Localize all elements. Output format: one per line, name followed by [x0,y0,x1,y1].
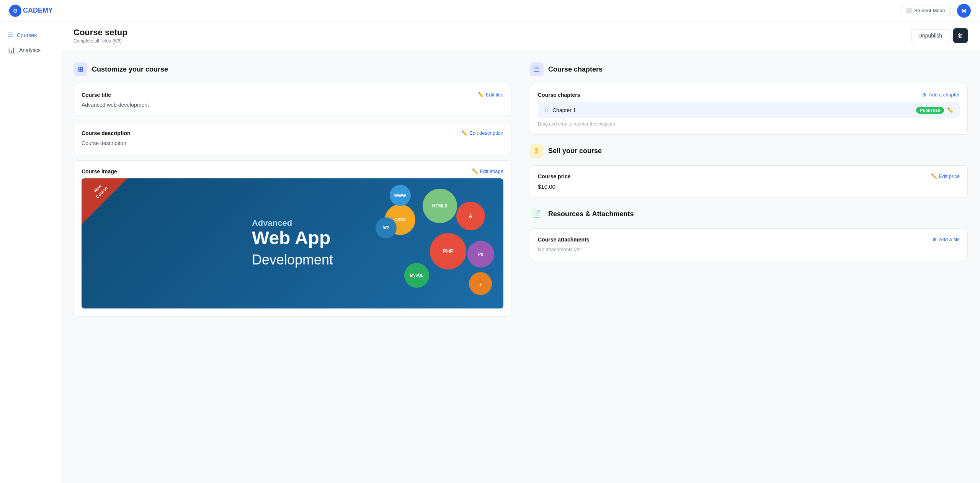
edit-price-button[interactable]: ✏️ Edit price [931,173,960,179]
course-title-label: Course title [82,92,111,98]
page-subtitle: Complete all fields (6/6) [74,38,127,44]
course-image-main-title: Web App Development [252,228,333,269]
edit-description-button[interactable]: ✏️ Edit description [461,130,503,136]
attachments-card: Course attachments ⊕ Add a file No attac… [530,228,968,260]
chapter-right: Published ✏️ [916,107,954,114]
drag-handle-icon[interactable]: ⠿ [544,106,549,114]
course-image-subtitle: Advanced [252,218,333,228]
resources-section: 📄 Resources & Attachments Course attachm… [530,207,968,260]
topnav-right: ⬜ Student Mode M [900,4,971,18]
sell-section: $ Sell your course Course price ✏️ Edit … [530,144,968,198]
sell-section-header: $ Sell your course [530,144,968,158]
page-title: Course setup [74,28,127,38]
sidebar: ☰ Courses 📊 Analytics [0,21,61,335]
price-label: Course price [538,173,571,179]
chapter-name: Chapter 1 [552,107,576,113]
chapter-row: ⠿ Chapter 1 Published ✏️ [538,102,960,118]
right-column: ☰ Course chapters Course chapters ⊕ Add … [521,62,968,323]
add-file-button[interactable]: ⊕ Add a file [933,237,960,242]
attachments-label: Course attachments [538,237,590,243]
course-image-content: Advanced Web App Development [237,210,348,276]
chapters-section-title: Course chapters [548,65,603,73]
logo: G CADEMY [9,5,53,17]
plus-circle-icon: ⊕ [922,92,926,98]
pencil-icon: ✏️ [478,92,484,98]
course-description-value: Course description [82,140,503,146]
resources-section-header: 📄 Resources & Attachments [530,207,968,221]
course-description-card: Course description ✏️ Edit description C… [74,122,511,154]
sell-icon: $ [530,144,544,158]
sidebar-item-courses[interactable]: ☰ Courses [0,28,61,42]
chapter-left: ⠿ Chapter 1 [544,106,576,114]
customize-title: Customize your course [92,65,168,73]
main: Course setup Complete all fields (6/6) U… [61,21,980,335]
price-card: Course price ✏️ Edit price $10.00 [530,165,968,198]
course-title-card: Course title ✏️ Edit title Advanced web … [74,84,511,116]
course-image-row: Course image ✏️ Edit image [82,168,503,175]
pencil-icon-4: ✏️ [931,173,937,179]
published-badge: Published [916,107,944,114]
monitor-icon: ⬜ [906,8,912,13]
price-value: $10.00 [538,183,960,190]
course-title-row: Course title ✏️ Edit title [82,92,503,98]
chapters-card-title: Course chapters [538,92,580,98]
header-bar: Course setup Complete all fields (6/6) U… [61,21,980,50]
chapters-card-header: Course chapters ⊕ Add a chapter [538,92,960,98]
header-actions: Unpublish 🗑 [911,28,968,43]
customize-section-header: ⊞ Customize your course [74,62,511,76]
content-grid: ⊞ Customize your course Course title ✏️ … [61,50,980,335]
delete-button[interactable]: 🗑 [953,28,968,43]
chapters-section-header: ☰ Course chapters [530,62,968,76]
resources-section-title: Resources & Attachments [548,210,634,218]
course-image-card: Course image ✏️ Edit image NewCourse Adv… [74,160,511,317]
avatar[interactable]: M [957,4,971,18]
student-mode-button[interactable]: ⬜ Student Mode [900,5,951,16]
pencil-icon-2: ✏️ [461,130,467,136]
drag-hint: Drag and drop to reorder the chapters [538,121,960,127]
course-description-row: Course description ✏️ Edit description [82,130,503,136]
course-title-value: Advanced web development [82,102,503,108]
chapter-edit-icon[interactable]: ✏️ [947,107,954,113]
sell-section-title: Sell your course [548,147,602,155]
price-card-header: Course price ✏️ Edit price [538,173,960,179]
chapters-card: Course chapters ⊕ Add a chapter ⠿ Chapte… [530,84,968,135]
analytics-icon: 📊 [8,46,15,54]
unpublish-button[interactable]: Unpublish [911,29,949,42]
logo-text: CADEMY [23,7,53,15]
attachments-card-header: Course attachments ⊕ Add a file [538,237,960,243]
pencil-icon-3: ✏️ [472,168,478,174]
course-description-label: Course description [82,130,131,136]
edit-image-button[interactable]: ✏️ Edit image [472,168,503,174]
resources-icon: 📄 [530,207,544,221]
topnav: G CADEMY ⬜ Student Mode M [0,0,980,21]
trash-icon: 🗑 [957,32,964,39]
no-attachments-text: No attachments yet [538,246,960,252]
courses-icon: ☰ [8,31,13,39]
banner-text: NewCourse [85,178,115,206]
course-banner: NewCourse [82,178,127,224]
add-chapter-button[interactable]: ⊕ Add a chapter [922,92,960,98]
chapters-section-icon: ☰ [530,62,544,76]
customize-icon: ⊞ [74,62,87,76]
logo-icon: G [9,5,21,17]
plus-circle-icon-2: ⊕ [933,237,937,242]
course-image-label: Course image [82,168,117,175]
header-info: Course setup Complete all fields (6/6) [74,28,127,44]
edit-title-button[interactable]: ✏️ Edit title [478,92,503,98]
course-image: NewCourse Advanced Web App Development C… [82,178,503,308]
left-column: ⊞ Customize your course Course title ✏️ … [74,62,521,323]
sidebar-item-analytics[interactable]: 📊 Analytics [0,42,61,57]
